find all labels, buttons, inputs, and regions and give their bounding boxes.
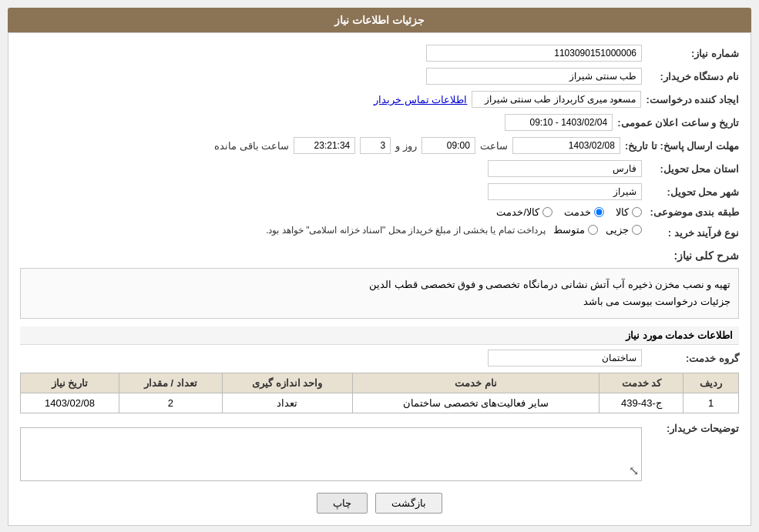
back-button[interactable]: بازگشت: [375, 493, 442, 514]
process-option-jozi[interactable]: جزیی: [606, 224, 642, 236]
col-unit: واحد اندازه گیری: [222, 373, 352, 393]
response-time-input[interactable]: [421, 137, 475, 154]
need-number-label: شماره نیاز:: [646, 48, 739, 59]
group-label: گروه خدمت:: [646, 353, 739, 364]
cell-3: تعداد: [222, 393, 352, 413]
announce-date-label: تاریخ و ساعت اعلان عمومی:: [617, 117, 739, 129]
buyer-notes-area: ⤡: [20, 427, 642, 481]
col-date: تاریخ نیاز: [21, 373, 119, 393]
resize-icon: ⤡: [629, 463, 639, 478]
col-name: نام خدمت: [352, 373, 599, 393]
process-radio-jozi[interactable]: [632, 225, 642, 235]
city-input[interactable]: [488, 183, 642, 200]
category-radio-kala[interactable]: [632, 207, 642, 217]
buyer-org-input[interactable]: [426, 68, 642, 85]
creator-input[interactable]: [472, 91, 641, 108]
city-label: شهر محل تحویل:: [646, 186, 739, 198]
announce-date-input[interactable]: [505, 114, 613, 131]
page-title: جزئیات اطلاعات نیاز: [8, 8, 751, 32]
process-radio-motevaset[interactable]: [588, 225, 598, 235]
cell-4: 2: [119, 393, 223, 413]
buyer-org-label: نام دستگاه خریدار:: [646, 71, 739, 82]
province-label: استان محل تحویل:: [646, 163, 739, 175]
description-box: تهیه و نصب مخزن ذخیره آب آتش نشانی درمان…: [20, 268, 739, 319]
group-input[interactable]: [488, 350, 642, 366]
category-radio-group: کالا خدمت کالا/خدمت: [496, 206, 642, 218]
need-number-input[interactable]: [426, 45, 642, 62]
payment-note: پرداخت تمام یا بخشی از مبلغ خریداز محل "…: [266, 225, 546, 236]
col-qty: تعداد / مقدار: [119, 373, 223, 393]
description-line2: جزئیات درخواست بیوست می باشد: [29, 293, 730, 310]
cell-5: 1403/02/08: [21, 393, 119, 413]
contact-info-link[interactable]: اطلاعات تماس خریدار: [374, 94, 467, 105]
process-label: نوع فرآیند خرید :: [646, 227, 739, 239]
cell-1: ج-43-439: [599, 393, 683, 413]
response-remaining-label: ساعت باقی مانده: [214, 140, 289, 152]
services-table: ردیف کد خدمت نام خدمت واحد اندازه گیری ت…: [20, 373, 739, 413]
category-radio-khedmat[interactable]: [594, 207, 604, 217]
buttons-row: بازگشت چاپ: [20, 493, 739, 514]
table-row: 1ج-43-439سایر فعالیت‌های تخصصی ساختمانتع…: [21, 393, 739, 413]
col-code: کد خدمت: [599, 373, 683, 393]
category-option-khedmat[interactable]: خدمت: [564, 206, 604, 218]
response-days-input[interactable]: [360, 137, 391, 154]
category-radio-both[interactable]: [542, 207, 552, 217]
province-input[interactable]: [488, 160, 642, 177]
response-remaining-input[interactable]: [294, 137, 355, 154]
response-date-input[interactable]: [512, 137, 620, 154]
cell-0: 1: [683, 393, 739, 413]
description-line1: تهیه و نصب مخزن ذخیره آب آتش نشانی درمان…: [29, 276, 730, 293]
description-title: شرح کلی نیاز:: [674, 249, 739, 262]
creator-label: ایجاد کننده درخواست:: [646, 94, 739, 105]
category-label: طبقه بندی موضوعی:: [646, 206, 739, 218]
response-days-label: روز و: [395, 140, 417, 152]
services-section-title: اطلاعات خدمات مورد نیاز: [20, 326, 739, 345]
print-button[interactable]: چاپ: [317, 493, 368, 514]
response-time-label: ساعت: [480, 140, 508, 152]
buyer-notes-label: توضیحات خریدار:: [646, 423, 739, 434]
process-option-motevaset[interactable]: متوسط: [553, 224, 598, 236]
category-option-kala[interactable]: کالا: [616, 206, 642, 218]
cell-2: سایر فعالیت‌های تخصصی ساختمان: [352, 393, 599, 413]
col-row: ردیف: [683, 373, 739, 393]
category-option-both[interactable]: کالا/خدمت: [496, 206, 552, 218]
response-deadline-label: مهلت ارسال پاسخ: تا تاریخ:: [625, 140, 739, 152]
